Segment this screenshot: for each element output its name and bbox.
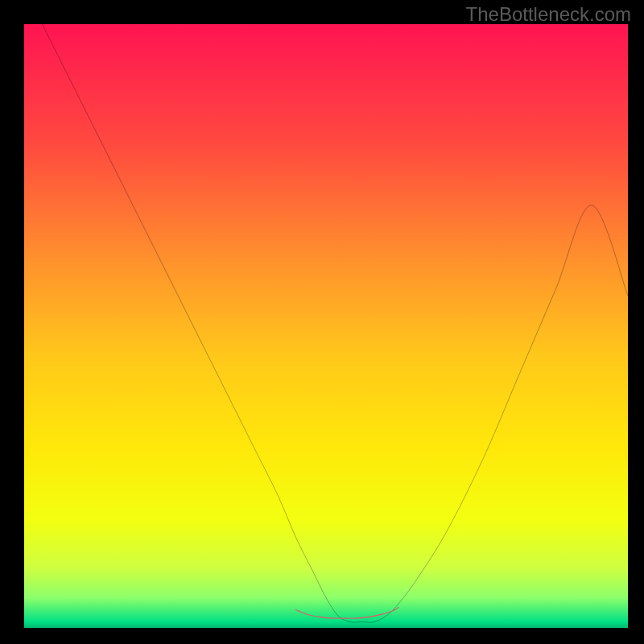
optimal-range-marker [296,608,399,619]
curve-layer [24,24,628,628]
bottleneck-curve [43,24,629,622]
chart-container: TheBottleneck.com [0,0,644,644]
plot-area [24,24,628,628]
watermark-text: TheBottleneck.com [466,3,631,26]
